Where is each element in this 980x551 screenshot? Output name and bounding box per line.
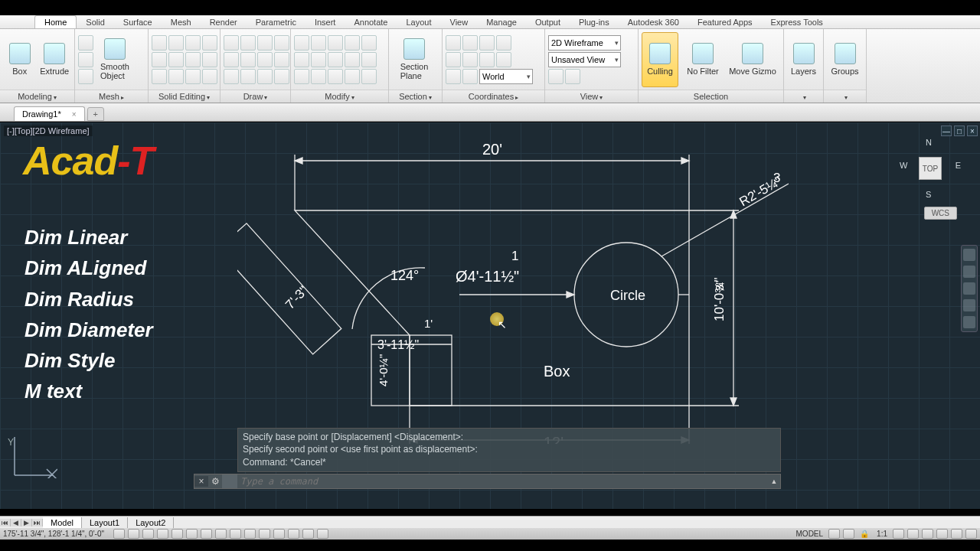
- file-tab-drawing1[interactable]: Drawing1*×: [14, 106, 85, 121]
- zoom-icon[interactable]: [963, 282, 975, 295]
- status-icon[interactable]: [244, 529, 256, 539]
- tab-layout[interactable]: Layout: [397, 16, 440, 28]
- modify-icon[interactable]: [328, 52, 343, 67]
- status-icon[interactable]: [172, 529, 183, 539]
- tab-view[interactable]: View: [441, 16, 478, 28]
- showmotion-icon[interactable]: [963, 316, 975, 328]
- status-icon[interactable]: [951, 529, 962, 539]
- modify-icon[interactable]: [311, 35, 326, 51]
- panel-modify-title[interactable]: Modify: [325, 92, 349, 101]
- status-icon[interactable]: [142, 529, 154, 539]
- mesh-icon[interactable]: [78, 69, 93, 84]
- coord-icon[interactable]: [496, 35, 511, 51]
- solid-edit-icon[interactable]: [185, 69, 201, 84]
- status-icon[interactable]: [201, 529, 212, 539]
- pan-icon[interactable]: [963, 266, 975, 278]
- view-icon[interactable]: [548, 69, 564, 84]
- draw-icon[interactable]: [257, 52, 273, 67]
- extrude-button[interactable]: Extrude: [38, 32, 72, 87]
- modify-icon[interactable]: [328, 69, 343, 84]
- tab-featured[interactable]: Featured Apps: [688, 16, 762, 28]
- draw-icon[interactable]: [240, 69, 256, 84]
- solid-edit-icon[interactable]: [202, 52, 217, 67]
- tab-plugins[interactable]: Plug-ins: [570, 16, 619, 28]
- draw-icon[interactable]: [224, 52, 239, 67]
- section-plane-button[interactable]: Section Plane: [392, 32, 436, 87]
- navigation-bar[interactable]: [961, 245, 978, 332]
- solid-edit-icon[interactable]: [202, 69, 217, 84]
- nofilter-button[interactable]: No Filter: [683, 32, 723, 87]
- tab-mesh[interactable]: Mesh: [162, 16, 201, 28]
- modify-icon[interactable]: [311, 52, 326, 67]
- wcs-badge[interactable]: WCS: [924, 207, 957, 220]
- status-icon[interactable]: [936, 529, 948, 539]
- viewcube-top[interactable]: TOP: [919, 157, 942, 180]
- draw-icon[interactable]: [257, 69, 273, 84]
- cmd-customize-icon[interactable]: ⚙: [208, 476, 222, 487]
- groups-button[interactable]: Groups: [827, 32, 863, 87]
- modify-icon[interactable]: [361, 69, 377, 84]
- status-icon[interactable]: [113, 529, 125, 539]
- world-combo[interactable]: World: [479, 69, 533, 84]
- orbit-icon[interactable]: [963, 299, 975, 311]
- status-scale[interactable]: 1:1: [874, 530, 890, 538]
- tab-home[interactable]: Home: [34, 15, 77, 28]
- draw-icon[interactable]: [240, 52, 256, 67]
- layout-nav-prev[interactable]: ◀: [11, 519, 21, 527]
- culling-button[interactable]: Culling: [642, 32, 678, 87]
- panel-coordinates-title[interactable]: Coordinates: [469, 92, 514, 101]
- movegizmo-button[interactable]: Move Gizmo: [727, 32, 778, 87]
- minimize-icon[interactable]: —: [941, 126, 952, 136]
- modify-icon[interactable]: [361, 52, 377, 67]
- status-icon[interactable]: [273, 529, 285, 539]
- coord-icon[interactable]: [446, 52, 461, 67]
- status-icon[interactable]: [843, 529, 854, 539]
- view-icon[interactable]: [565, 69, 580, 84]
- solid-edit-icon[interactable]: [202, 35, 217, 51]
- layout-tab-model[interactable]: Model: [43, 517, 82, 528]
- viewport-label[interactable]: [-][Top][2D Wireframe]: [4, 126, 93, 136]
- close-icon[interactable]: ×: [72, 110, 77, 119]
- savedview-combo[interactable]: Unsaved View: [548, 52, 621, 67]
- modify-icon[interactable]: [361, 35, 377, 51]
- status-icon[interactable]: [230, 529, 241, 539]
- draw-icon[interactable]: [240, 35, 256, 51]
- tab-output[interactable]: Output: [526, 16, 570, 28]
- coord-icon[interactable]: [446, 69, 461, 84]
- command-line[interactable]: × ⚙ ▲: [194, 474, 781, 489]
- tab-parametric[interactable]: Parametric: [247, 16, 305, 28]
- close-icon[interactable]: ×: [967, 126, 978, 136]
- status-icon[interactable]: [186, 529, 198, 539]
- draw-icon[interactable]: [224, 35, 239, 51]
- tab-insert[interactable]: Insert: [305, 16, 345, 28]
- tab-express[interactable]: Express Tools: [762, 16, 832, 28]
- status-model[interactable]: MODEL: [794, 530, 826, 538]
- status-icon[interactable]: [893, 529, 904, 539]
- layout-tab-layout1[interactable]: Layout1: [82, 517, 128, 528]
- layers-button[interactable]: Layers: [787, 32, 820, 87]
- status-icon[interactable]: [828, 529, 840, 539]
- status-icon[interactable]: [302, 529, 314, 539]
- modify-icon[interactable]: [345, 69, 360, 84]
- panel-view-title[interactable]: View: [580, 92, 599, 101]
- draw-icon[interactable]: [224, 69, 239, 84]
- solid-edit-icon[interactable]: [168, 35, 184, 51]
- status-icon[interactable]: [317, 529, 328, 539]
- new-tab-button[interactable]: +: [87, 107, 104, 121]
- visualstyle-combo[interactable]: 2D Wireframe: [548, 35, 621, 51]
- modify-icon[interactable]: [345, 35, 360, 51]
- tab-render[interactable]: Render: [201, 16, 247, 28]
- tab-solid[interactable]: Solid: [77, 16, 113, 28]
- solid-edit-icon[interactable]: [168, 52, 184, 67]
- status-icon[interactable]: [907, 529, 919, 539]
- cmd-recent-icon[interactable]: ▲: [768, 478, 780, 485]
- solid-edit-icon[interactable]: [168, 69, 184, 84]
- coord-icon[interactable]: [446, 35, 461, 51]
- tab-surface[interactable]: Surface: [114, 16, 162, 28]
- status-icon[interactable]: [259, 529, 270, 539]
- solid-edit-icon[interactable]: [185, 52, 201, 67]
- draw-icon[interactable]: [274, 69, 289, 84]
- layout-tab-layout2[interactable]: Layout2: [128, 517, 174, 528]
- modify-icon[interactable]: [328, 35, 343, 51]
- steering-wheel-icon[interactable]: [963, 249, 975, 261]
